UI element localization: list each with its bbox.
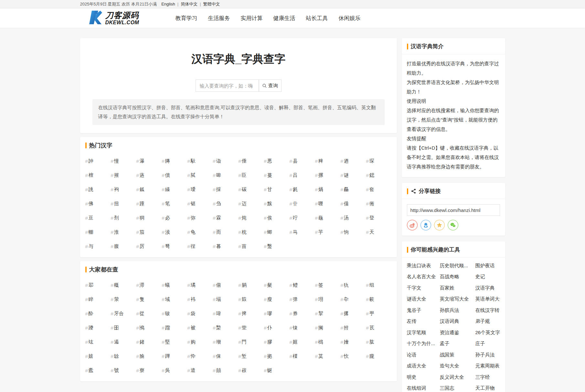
hanzi-link[interactable]: #蜒 [264,363,290,377]
hanzi-link[interactable]: #堛 [213,292,239,306]
hanzi-link[interactable]: #璆 [264,306,290,321]
hanzi-link[interactable]: #璚 [187,278,213,292]
hanzi-link[interactable]: #翆 [85,278,111,292]
hanzi-link[interactable]: #炖 [239,211,264,225]
hanzi-link[interactable]: #門 [239,335,264,349]
hanzi-link[interactable]: #吳 [162,363,187,377]
hanzi-link[interactable]: #蹕 [162,349,187,363]
hanzi-link[interactable]: #偂 [213,278,239,292]
hanzi-link[interactable]: #瘦 [264,292,290,306]
tool-link[interactable]: 资治通鉴 [440,327,475,338]
hanzi-link[interactable]: #域 [162,292,187,306]
hanzi-link[interactable]: #躨 [85,321,111,335]
hanzi-link[interactable]: #輣 [85,225,111,239]
hanzi-link[interactable]: #狪 [136,211,162,225]
hanzi-link[interactable]: #穊 [111,278,136,292]
hanzi-link[interactable]: #亘 [85,211,111,225]
hanzi-link[interactable]: #诣 [213,154,239,168]
hanzi-link[interactable]: #鳪 [136,321,162,335]
hanzi-link[interactable]: #鳢 [290,278,315,292]
hanzi-link[interactable]: #號 [111,363,136,377]
qq-icon[interactable] [420,220,431,230]
hanzi-link[interactable]: #摞 [315,168,341,182]
hanzi-link[interactable]: #膠 [264,335,290,349]
tool-link[interactable]: 三国志 [440,383,475,392]
hanzi-link[interactable]: #馱 [187,154,213,168]
hanzi-link[interactable]: #忺 [341,349,366,363]
tool-link[interactable]: 百战奇略 [440,271,475,283]
tool-link[interactable]: 在线组词 [407,383,440,392]
hanzi-link[interactable]: #而 [213,225,239,239]
hanzi-link[interactable]: #增 [213,335,239,349]
hanzi-link[interactable]: #膞 [162,154,187,168]
hanzi-link[interactable]: #暮 [213,239,239,253]
hanzi-link[interactable]: #訷 [85,154,111,168]
hanzi-link[interactable]: #犰 [341,278,366,292]
tool-link[interactable]: 论语 [407,349,440,361]
hanzi-link[interactable]: #隻 [136,292,162,306]
hanzi-link[interactable]: #皲 [162,306,187,321]
hanzi-link[interactable]: #铤 [187,196,213,211]
hanzi-link[interactable]: #嬉 [85,349,111,363]
hanzi-link[interactable]: #捭 [239,306,264,321]
hanzi-link[interactable]: #弥 [187,211,213,225]
qzone-icon[interactable] [434,220,445,230]
nav-item[interactable]: 站长工具 [306,15,328,22]
hanzi-link[interactable]: #悪 [264,154,290,168]
hanzi-link[interactable]: #拊 [341,321,366,335]
hanzi-link[interactable]: #搁 [315,321,341,335]
hanzi-link[interactable]: #厉 [136,239,162,253]
tool-link[interactable]: 谜语大全 [407,294,440,305]
hanzi-link[interactable]: #蹓 [162,321,187,335]
hanzi-link[interactable]: #恦 [341,225,366,239]
hanzi-link[interactable]: #马 [290,225,315,239]
hanzi-link[interactable]: #鍺 [136,335,162,349]
hanzi-link[interactable]: #汤 [341,211,366,225]
tool-link[interactable]: 鬼谷子 [407,305,440,316]
hanzi-link[interactable]: #堅 [162,335,187,349]
hanzi-link[interactable]: #迈 [239,196,264,211]
hanzi-link[interactable]: #瀑 [136,154,162,168]
tool-link[interactable]: 成语大全 [407,361,440,372]
hanzi-link[interactable]: #笔 [162,196,187,211]
hanzi-link[interactable]: #黩 [264,196,290,211]
tool-link[interactable]: 英文缩写大全 [440,294,475,305]
hanzi-link[interactable]: #拠 [264,349,290,363]
hanzi-link[interactable]: #從 [136,306,162,321]
hanzi-link[interactable]: #刍 [213,196,239,211]
tool-link[interactable]: 十万个为什... [407,338,440,350]
hanzi-link[interactable]: #仆 [264,321,290,335]
tool-link[interactable]: 史记 [475,271,500,283]
hanzi-link[interactable]: #採 [213,182,239,196]
hanzi-link[interactable]: #琛 [366,154,392,168]
tool-link[interactable]: 名人名言大全 [407,271,440,283]
lang-link[interactable]: English [161,2,175,6]
hanzi-link[interactable]: #堑 [239,349,264,363]
hanzi-link[interactable]: #芋 [315,225,341,239]
hanzi-link[interactable]: #必 [162,211,187,225]
search-input[interactable] [196,79,259,92]
hanzi-link[interactable]: #茋 [366,321,392,335]
hanzi-link[interactable]: #签 [315,278,341,292]
nav-item[interactable]: 教育学习 [175,15,197,22]
tool-link[interactable]: 战国策 [440,349,475,361]
wechat-icon[interactable] [448,220,458,230]
hanzi-link[interactable]: #嗥 [213,168,239,182]
tool-link[interactable]: 孟子 [440,338,475,350]
hanzi-link[interactable]: #剂 [111,211,136,225]
hanzi-link[interactable]: #卆 [341,292,366,306]
tool-link[interactable]: 三字经 [475,372,500,383]
hanzi-link[interactable]: #茣 [315,349,341,363]
hanzi-link[interactable]: #睟 [85,292,111,306]
hanzi-link[interactable]: #淮 [111,225,136,239]
tool-link[interactable]: 乘法口诀表 [407,260,440,271]
hanzi-link[interactable]: #寮 [136,363,162,377]
hanzi-link[interactable]: #俟 [264,211,290,225]
hanzi-link[interactable]: #竑 [85,335,111,349]
tool-link[interactable]: 明史 [407,372,440,383]
tool-link[interactable]: 英语单词大全 [475,294,500,305]
hanzi-link[interactable]: #弹 [290,292,315,306]
hanzi-link[interactable]: #璦 [187,182,213,196]
hanzi-link[interactable]: #蟻 [162,278,187,292]
hanzi-link[interactable]: #袧 [111,182,136,196]
